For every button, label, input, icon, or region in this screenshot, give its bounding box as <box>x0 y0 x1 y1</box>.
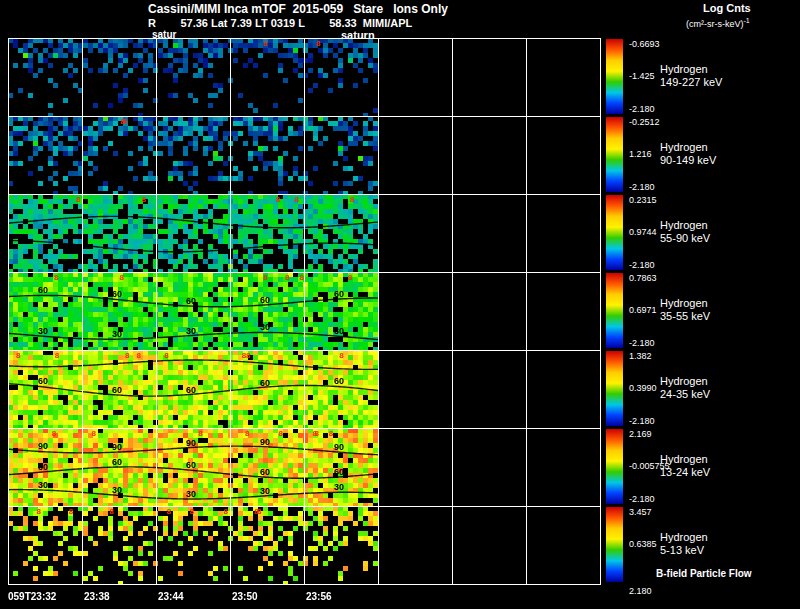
colorbar-tick-mid-row-3: 0.9744 <box>629 227 657 237</box>
grid-hline <box>8 116 601 117</box>
grid-hline <box>8 350 601 351</box>
grid-vline <box>230 38 231 585</box>
energy-range: 5-13 keV <box>660 544 708 557</box>
colorbar-tick-max-row-2: -0.2512 <box>629 117 660 127</box>
colorbar-row-5 <box>606 351 623 426</box>
channel-label-row-1: Hydrogen149-227 keV <box>660 63 722 89</box>
channel-label-row-2: Hydrogen90-149 keV <box>660 141 716 167</box>
colorbar-tick-max-row-5: 1.382 <box>629 351 652 361</box>
energy-range: 149-227 keV <box>660 76 722 89</box>
time-tick-label: 23:38 <box>84 591 110 602</box>
grid-vline <box>452 38 453 585</box>
grid-vline <box>82 38 83 585</box>
energy-range: 13-24 keV <box>660 466 710 479</box>
species-name: Hydrogen <box>660 219 710 232</box>
colorbar-tick-mid-row-4: 0.6971 <box>629 305 657 315</box>
colorbar-tick-min-row-6: -2.180 <box>629 494 655 504</box>
grid-vline <box>600 38 601 585</box>
time-tick-label: 059T23:32 <box>8 591 56 602</box>
channel-label-row-4: Hydrogen35-55 keV <box>660 297 710 323</box>
grid-hline <box>8 428 601 429</box>
spectrogram-grid: -0.6693-1.425-2.180Hydrogen149-227 keV-0… <box>0 0 800 609</box>
energy-range: 90-149 keV <box>660 154 716 167</box>
grid-vline <box>8 38 9 585</box>
species-name: Hydrogen <box>660 375 710 388</box>
colorbar-tick-mid-row-1: -1.425 <box>629 71 655 81</box>
colorbar-row-4 <box>606 273 623 348</box>
time-tick-label: 23:50 <box>232 591 258 602</box>
species-name: Hydrogen <box>660 63 722 76</box>
colorbar-row-3 <box>606 195 623 270</box>
grid-hline <box>8 272 601 273</box>
colorbar-row-2 <box>606 117 623 192</box>
cassini-mimi-inca-display: Cassini/MIMI Inca mTOF 2015-059 Stare Io… <box>0 0 800 609</box>
colorbar-tick-min-row-2: -2.180 <box>629 182 655 192</box>
species-name: Hydrogen <box>660 453 710 466</box>
channel-label-row-5: Hydrogen24-35 keV <box>660 375 710 401</box>
channel-label-row-6: Hydrogen13-24 keV <box>660 453 710 479</box>
colorbar-row-6 <box>606 429 623 504</box>
species-name: Hydrogen <box>660 141 716 154</box>
colorbar-tick-mid-row-5: 0.3990 <box>629 383 657 393</box>
grid-hline <box>8 506 601 507</box>
colorbar-tick-mid-row-2: 1.216 <box>629 149 652 159</box>
colorbar-row-1 <box>606 39 623 114</box>
colorbar-tick-min-row-4: -2.180 <box>629 338 655 348</box>
bfield-flow-label: B-field Particle Flow <box>656 568 752 579</box>
colorbar-tick-max-row-4: 0.7863 <box>629 273 657 283</box>
energy-range: 35-55 keV <box>660 310 710 323</box>
grid-vline <box>378 38 379 585</box>
colorbar-tick-max-row-7: 3.457 <box>629 507 652 517</box>
colorbar-tick-min-row-1: -2.180 <box>629 104 655 114</box>
colorbar-tick-max-row-6: 2.169 <box>629 429 652 439</box>
channel-label-row-3: Hydrogen55-90 keV <box>660 219 710 245</box>
colorbar-tick-max-row-3: 0.2315 <box>629 195 657 205</box>
colorbar-tick-mid-row-7: 0.6385 <box>629 539 657 549</box>
grid-vline <box>304 38 305 585</box>
species-name: Hydrogen <box>660 531 708 544</box>
grid-vline <box>156 38 157 585</box>
colorbar-tick-max-row-1: -0.6693 <box>629 39 660 49</box>
colorbar-tick-min-row-5: -2.180 <box>629 416 655 426</box>
colorbar-row-7 <box>606 507 623 582</box>
grid-hline <box>8 584 601 585</box>
energy-range: 24-35 keV <box>660 388 710 401</box>
colorbar-tick-min-row-7: 2.180 <box>629 586 652 596</box>
colorbar-tick-min-row-3: -2.180 <box>629 260 655 270</box>
grid-vline <box>526 38 527 585</box>
grid-hline <box>8 194 601 195</box>
time-tick-label: 23:56 <box>306 591 332 602</box>
energy-range: 55-90 keV <box>660 232 710 245</box>
channel-label-row-7: Hydrogen5-13 keV <box>660 531 708 557</box>
grid-hline <box>8 38 601 39</box>
species-name: Hydrogen <box>660 297 710 310</box>
time-tick-label: 23:44 <box>158 591 184 602</box>
